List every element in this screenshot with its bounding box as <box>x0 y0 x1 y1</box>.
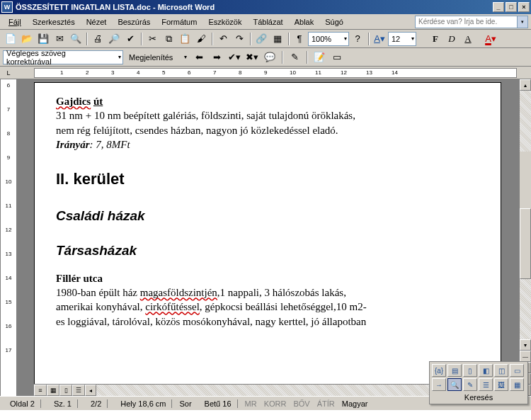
document-page[interactable]: Gajdics út 31 nm + 10 nm beépített galér… <box>34 82 501 394</box>
body-text: es loggiával, tárolóval, közös mosókonyh… <box>56 314 486 329</box>
ask-input[interactable] <box>415 16 518 28</box>
menu-help[interactable]: Súgó <box>319 16 349 28</box>
display-combo[interactable]: Megjelenítés <box>125 50 189 64</box>
browse-heading-button[interactable]: ☰ <box>479 378 493 391</box>
font-color-button[interactable]: A▾ <box>372 31 387 47</box>
menu-view[interactable]: Nézet <box>81 16 113 28</box>
work-area: L 6 7 8 9 10 11 12 13 14 15 16 17 1 2 3 … <box>0 67 531 396</box>
print-layout-button[interactable]: ▯ <box>59 385 72 396</box>
browse-footnote-button[interactable]: ▯ <box>463 364 477 377</box>
zoom-combo[interactable]: 100% <box>308 32 349 46</box>
open-button[interactable]: 📂 <box>19 31 35 47</box>
italic-button[interactable]: D <box>444 31 459 47</box>
cut-button[interactable]: ✂ <box>144 31 160 47</box>
undo-button[interactable]: ↶ <box>215 31 231 47</box>
heading-district: II. kerület <box>56 169 486 190</box>
print-button[interactable]: 🖨 <box>90 31 105 47</box>
font-color-button2[interactable]: A▾ <box>483 31 498 47</box>
reject-change-button[interactable]: ✖▾ <box>244 50 260 65</box>
browse-section-button[interactable]: ◫ <box>494 364 508 377</box>
ask-dropdown-icon[interactable]: ▾ <box>518 16 528 28</box>
reviewing-toolbar: Végleges szöveg korrektúrával Megjelenít… <box>0 48 531 67</box>
vscroll-thumb[interactable] <box>520 208 531 279</box>
accept-change-button[interactable]: ✔▾ <box>227 50 242 65</box>
sec-label: Sz. <box>54 399 65 408</box>
vscroll-track-bottom[interactable] <box>520 279 531 340</box>
menu-format[interactable]: Formátum <box>156 16 202 28</box>
status-mr[interactable]: MR <box>245 399 257 408</box>
copy-button[interactable]: ⧉ <box>161 31 176 47</box>
heading: Gajdics <box>56 96 91 107</box>
pos-label: Hely <box>120 399 136 408</box>
normal-view-button[interactable]: ≡ <box>34 385 47 396</box>
body-text: amerikai konyhával, cirkófűtéssel, gépko… <box>56 300 486 314</box>
search-button[interactable]: 🔍 <box>68 31 84 47</box>
mail-button[interactable]: ✉ <box>52 31 67 47</box>
close-button[interactable]: × <box>518 2 530 12</box>
underline-button[interactable]: A <box>460 31 476 47</box>
menu-tools[interactable]: Eszközök <box>202 16 247 28</box>
status-lang[interactable]: Magyar <box>342 399 368 408</box>
window-title: ÖSSZESÍTETT INGATLAN LISTA.doc - Microso… <box>16 3 491 11</box>
minimize-button[interactable]: _ <box>493 2 504 12</box>
status-atir[interactable]: ÁTÍR <box>317 399 335 408</box>
heading-family: Családi házak <box>56 207 486 225</box>
vscroll-track-top[interactable] <box>520 91 531 152</box>
browse-table-button[interactable]: ▦ <box>510 378 524 391</box>
highlight-button[interactable]: ✎ <box>287 50 302 65</box>
help-button[interactable]: ? <box>350 31 365 47</box>
save-button[interactable]: 💾 <box>35 31 51 47</box>
reviewing-combo[interactable]: Végleges szöveg korrektúrával <box>3 50 123 64</box>
maximize-button[interactable]: □ <box>506 2 517 12</box>
vertical-ruler: L 6 7 8 9 10 11 12 13 14 15 16 17 <box>0 67 17 396</box>
main-pane: 1 2 3 4 5 6 7 8 9 10 11 12 13 14 Gajdics… <box>17 67 531 396</box>
separator <box>368 33 369 45</box>
separator <box>212 33 212 45</box>
horizontal-ruler[interactable]: 1 2 3 4 5 6 7 8 9 10 11 12 13 14 <box>17 67 531 79</box>
separator <box>86 33 87 45</box>
vertical-scrollbar[interactable]: ▴ ▾ — ▴▴ ● ▾▾ <box>519 79 531 396</box>
format-painter-button[interactable]: 🖌 <box>193 31 209 47</box>
body-text: 1980-ban épült ház magasföldszintjén,1 n… <box>56 285 486 300</box>
show-marks-button[interactable]: ¶ <box>292 31 307 47</box>
browse-find-button[interactable]: 🔍 <box>447 378 462 391</box>
menu-window[interactable]: Ablak <box>289 16 320 28</box>
browse-field-button[interactable]: {a} <box>432 364 446 377</box>
menu-insert[interactable]: Beszúrás <box>112 16 156 28</box>
print-preview-button[interactable]: 🔎 <box>106 31 122 47</box>
hyperlink-button[interactable]: 🔗 <box>253 31 269 47</box>
document-area[interactable]: Gajdics út 31 nm + 10 nm beépített galér… <box>17 79 531 396</box>
browse-graphic-button[interactable]: 🖼 <box>494 378 508 391</box>
menu-file[interactable]: Fájl <box>3 16 27 28</box>
new-comment-button[interactable]: 💬 <box>262 50 278 65</box>
spellcheck-button[interactable]: ✔ <box>122 31 138 47</box>
redo-button[interactable]: ↷ <box>232 31 247 47</box>
tables-button[interactable]: ▦ <box>270 31 285 47</box>
font-size-combo[interactable]: 12 <box>388 32 416 46</box>
outline-view-button[interactable]: ☰ <box>72 385 85 396</box>
browse-endnote-button[interactable]: ▤ <box>447 364 462 377</box>
scroll-up-button[interactable]: ▴ <box>520 79 531 91</box>
title-bar: W ÖSSZESÍTETT INGATLAN LISTA.doc - Micro… <box>0 0 531 14</box>
sec-num: 1 <box>67 399 72 408</box>
bold-button[interactable]: F <box>428 31 443 47</box>
track-changes-button[interactable]: 📝 <box>312 50 327 65</box>
browse-goto-button[interactable]: → <box>432 378 446 391</box>
browse-edits-button[interactable]: ✎ <box>463 378 477 391</box>
col-label: Betű <box>205 399 221 408</box>
scroll-left-button[interactable]: ◂ <box>85 385 96 396</box>
web-view-button[interactable]: ▦ <box>47 385 59 396</box>
menu-table[interactable]: Táblázat <box>247 16 288 28</box>
prev-change-button[interactable]: ⬅ <box>191 50 207 65</box>
menu-edit[interactable]: Szerkesztés <box>27 16 81 28</box>
scroll-down-button[interactable]: ▾ <box>520 339 531 351</box>
paste-button[interactable]: 📋 <box>177 31 193 47</box>
next-change-button[interactable]: ➡ <box>209 50 224 65</box>
vertical-ruler-body[interactable]: 6 7 8 9 10 11 12 13 14 15 16 17 <box>0 79 17 396</box>
browse-comment-button[interactable]: ◧ <box>479 364 493 377</box>
reviewing-pane-button[interactable]: ▭ <box>329 50 345 65</box>
new-doc-button[interactable]: 📄 <box>3 31 18 47</box>
browse-page-button[interactable]: ▭ <box>510 364 524 377</box>
status-korr[interactable]: KORR <box>264 399 287 408</box>
status-bov[interactable]: BŐV <box>293 399 309 408</box>
